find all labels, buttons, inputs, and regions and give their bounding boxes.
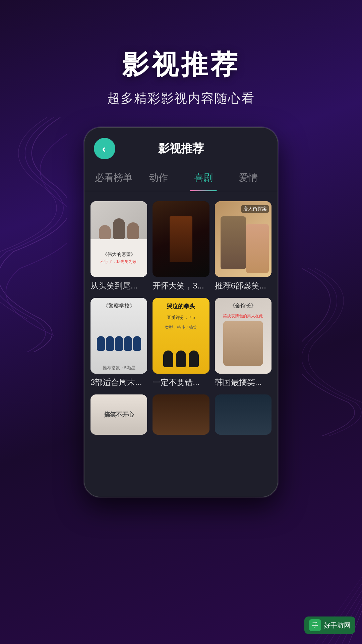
watermark-logo: 手 [309,619,321,631]
person-5 [133,336,141,351]
card-6-inner-subtitle: 笑成表情包的男人在此 [223,313,263,319]
main-title: 影视推荐 [0,47,362,83]
card-4-inner-title: 《警察学校》 [103,303,135,310]
card-1-thumb: 《伟大的愿望》 不行了，我先笑为敬! [90,201,147,277]
tab-romance[interactable]: 爱情 [226,166,271,191]
card-8[interactable] [153,394,209,435]
card-5-inner: 哭泣的拳头 豆瓣评分：7.5 类型：格斗／搞笑 [153,298,209,374]
card-3-thumb: 唐人街探案 [215,201,272,277]
sub-title: 超多精彩影视内容随心看 [0,90,362,107]
card-5-label: 一定不要错... [153,377,209,388]
card-6-label: 韩国最搞笑... [215,377,272,388]
card-9-thumb [215,394,272,435]
content-grid-row1: 《伟大的愿望》 不行了，我先笑为敬! 从头笑到尾... 开怀大笑，3... [84,198,278,294]
tab-bar: 必看榜单 动作 喜剧 爱情 [84,166,278,191]
card-3-fig2 [246,224,269,273]
card-6-inner-title: 《金馆长》 [230,303,256,310]
fight-fig-1 [163,351,173,367]
card-7-inner-text: 搞笑不开心 [104,411,134,419]
card-5-figures [163,351,199,367]
tab-action[interactable]: 动作 [136,166,181,191]
card-4-thumb: 《警察学校》 推荐指数：5颗星 [90,298,147,374]
card-3[interactable]: 唐人街探案 推荐6部爆笑... [215,201,272,291]
phone-mockup-container: ‹ 影视推荐 必看榜单 动作 喜剧 爱情 [0,127,362,497]
card-7-thumb: 搞笑不开心 [90,394,147,435]
card-1[interactable]: 《伟大的愿望》 不行了，我先笑为敬! 从头笑到尾... [90,201,147,291]
watermark-logo-icon: 手 [312,621,318,629]
svg-line-5 [315,577,362,644]
content-grid-row2: 《警察学校》 推荐指数：5颗星 3部适合周末... [84,294,278,391]
card-5-rating: 豆瓣评分：7.5 [167,315,195,321]
card-8-thumb [153,394,209,435]
watermark: 手 好手游网 [304,616,355,634]
app-screen: ‹ 影视推荐 必看榜单 动作 喜剧 爱情 [84,128,278,497]
card-6-thumb: 《金馆长》 笑成表情包的男人在此 [215,298,272,374]
card-4-inner: 《警察学校》 推荐指数：5颗星 [90,298,147,374]
card-4[interactable]: 《警察学校》 推荐指数：5颗星 3部适合周末... [90,298,147,388]
card-5-thumb: 哭泣的拳头 豆瓣评分：7.5 类型：格斗／搞笑 [153,298,209,374]
back-icon: ‹ [102,143,106,154]
card-1-label: 从头笑到尾... [90,280,147,291]
card-2-thumb [153,201,209,277]
card-2-inner [153,201,209,277]
card-2-label: 开怀大笑，3... [153,280,209,291]
card-5[interactable]: 哭泣的拳头 豆瓣评分：7.5 类型：格斗／搞笑 一定不要错... [153,298,209,388]
svg-line-4 [322,584,362,644]
person-4 [124,336,132,351]
card-2[interactable]: 开怀大笑，3... [153,201,209,291]
card-1-image-bottom: 《伟大的愿望》 不行了，我先笑为敬! [90,239,147,277]
card-1-inner-title: 《伟大的愿望》 [103,252,135,258]
card-3-badge: 唐人街探案 [241,205,269,213]
tab-mustwatch[interactable]: 必看榜单 [91,166,136,191]
card-4-inner-subtitle: 推荐指数：5颗星 [90,365,147,371]
watermark-text: 好手游网 [324,621,351,630]
tab-comedy[interactable]: 喜剧 [181,166,226,191]
fight-fig-2 [176,351,186,367]
card-6-inner: 《金馆长》 笑成表情包的男人在此 [215,298,272,374]
card-5-tags: 类型：格斗／搞笑 [165,325,197,330]
person-2 [106,336,114,351]
card-1-figures [99,218,139,239]
figure-2 [113,218,125,239]
app-screen-title: 影视推荐 [115,141,247,156]
card-3-fig1 [221,216,246,269]
figure-1 [99,225,111,239]
card-6[interactable]: 《金馆长》 笑成表情包的男人在此 韩国最搞笑... [215,298,272,388]
card-9[interactable] [215,394,272,435]
card-3-label: 推荐6部爆笑... [215,280,272,291]
card-2-door [170,216,192,262]
back-button[interactable]: ‹ [94,138,115,159]
card-7[interactable]: 搞笑不开心 [90,394,147,435]
card-4-label: 3部适合周末... [90,377,147,388]
card-5-inner-title: 哭泣的拳头 [167,303,195,310]
card-6-face [223,321,263,366]
person-3 [115,336,123,351]
person-1 [97,336,105,351]
content-grid-row3: 搞笑不开心 [84,391,278,438]
header-area: 影视推荐 超多精彩影视内容随心看 [0,0,362,107]
card-1-image-top [90,201,147,239]
phone-mockup: ‹ 影视推荐 必看榜单 动作 喜剧 爱情 [84,127,278,497]
card-1-inner-subtitle: 不行了，我先笑为敬! [100,259,137,265]
card-4-group [97,336,141,351]
fight-fig-3 [189,351,199,367]
app-header: ‹ 影视推荐 [84,128,278,166]
figure-3 [127,222,139,239]
card-3-inner: 唐人街探案 [215,201,272,277]
bottom-right-decoration [295,577,362,644]
